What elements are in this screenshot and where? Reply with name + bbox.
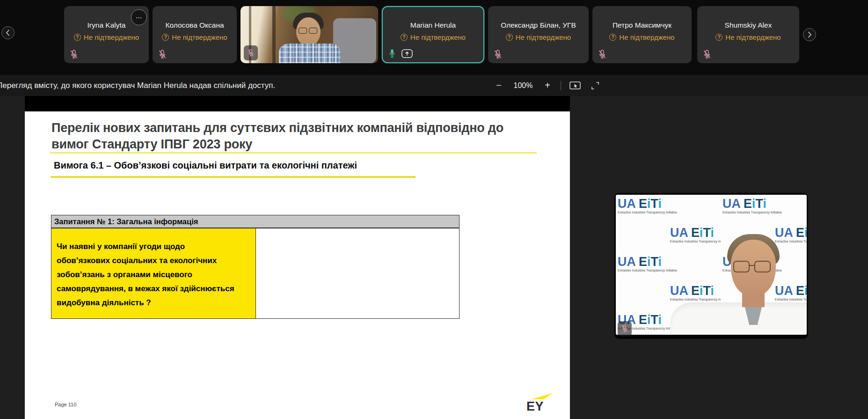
verification-status: ? Не підтверджено — [401, 33, 466, 41]
title-underline — [50, 152, 537, 154]
ey-logo-text: EY — [526, 399, 554, 413]
ellipsis-icon: ⋯ — [136, 14, 142, 21]
participant-tile-oleksandr-bilan[interactable]: Олександр Білан, УГВ ? Не підтверджено — [488, 6, 589, 63]
participant-tile-marian-herula-active[interactable]: Marian Herula ? Не підтверджено — [382, 6, 484, 63]
slide-title: Перелік нових запитань для суттєвих підз… — [51, 120, 526, 153]
chevron-right-icon — [807, 31, 812, 38]
fullscreen-button[interactable] — [589, 81, 601, 90]
mic-muted-icon — [701, 49, 713, 60]
participant-tile-iryna-kalyta[interactable]: ⋯ Iryna Kalyta ? Не підтверджено — [64, 6, 149, 63]
tile-more-menu-button[interactable]: ⋯ — [131, 9, 147, 25]
zoom-out-button[interactable]: − — [492, 79, 505, 92]
monitor-pointer-icon — [569, 81, 581, 91]
question-table-body: Чи наявні у компанії угоди щодо обов’язк… — [51, 228, 459, 318]
scroll-participants-right-button[interactable] — [803, 28, 816, 41]
mic-muted-icon — [597, 49, 608, 60]
zoom-level-value: 100% — [512, 81, 534, 90]
meeting-window: ⋯ Iryna Kalyta ? Не підтверджено Колосов… — [0, 0, 868, 419]
verification-status: ? Не підтверджено — [162, 33, 227, 41]
mic-muted-badge — [618, 321, 632, 336]
requirement-heading: Вимога 6.1 – Обов’язкові соціальні витра… — [54, 160, 357, 171]
status-label: Не підтверджено — [725, 33, 780, 41]
scroll-participants-left-button[interactable] — [1, 26, 15, 39]
participant-name: Iryna Kalyta — [88, 21, 126, 30]
status-label: Не підтверджено — [516, 33, 571, 41]
unverified-question-icon: ? — [609, 34, 616, 41]
mic-muted-icon — [68, 49, 80, 60]
status-label: Не підтверджено — [619, 33, 674, 41]
mic-muted-icon — [157, 49, 168, 60]
ey-logo: EY — [526, 393, 554, 413]
status-label: Не підтверджено — [410, 33, 466, 41]
shared-screen-region: Перелік нових запитань для суттєвих підз… — [25, 96, 570, 419]
presentation-slide: Перелік нових запитань для суттєвих підз… — [25, 111, 570, 419]
participant-tile-shumskiy-alex[interactable]: Shumskiy Alex ? Не підтверджено — [697, 6, 799, 63]
shared-screen-letterbox — [25, 96, 570, 111]
window-frame — [272, 6, 276, 63]
participant-tile-camera-video[interactable] — [241, 6, 378, 63]
chevron-left-icon — [6, 29, 10, 37]
stage-content-area: Перелік нових запитань для суттєвих підз… — [0, 96, 868, 419]
participant-tile-kolosova-oksana[interactable]: Колосова Оксана ? Не підтверджено — [153, 6, 237, 63]
status-label: Не підтверджено — [172, 33, 227, 41]
share-banner-row: Перегляд вмісту, до якого користувач Mar… — [0, 75, 868, 96]
mic-muted-icon — [620, 324, 629, 333]
content-zoom-toolbar: − 100% + — [492, 75, 601, 96]
participant-name: Shumskiy Alex — [725, 21, 772, 30]
expand-fullscreen-icon — [591, 81, 600, 90]
unverified-question-icon: ? — [74, 34, 81, 41]
status-label: Не підтверджено — [84, 33, 139, 41]
glasses-bridge — [749, 265, 754, 266]
answer-cell — [256, 228, 459, 318]
question-table: Запитання № 1: Загальна інформація Чи на… — [51, 215, 460, 319]
participant-name: Петро Максимчук — [613, 21, 671, 30]
unverified-question-icon: ? — [715, 34, 722, 41]
zoom-in-button[interactable]: + — [541, 79, 554, 92]
question-table-header: Запитання № 1: Загальна інформація — [51, 215, 459, 228]
verification-status: ? Не підтверджено — [609, 33, 674, 41]
mic-muted-icon — [246, 48, 255, 58]
verification-status: ? Не підтверджено — [506, 33, 571, 41]
person-shirt — [670, 302, 807, 335]
screen-share-icon — [401, 49, 413, 58]
person-glasses — [299, 28, 317, 34]
verification-status: ? Не підтверджено — [715, 33, 780, 41]
mic-muted-icon — [492, 49, 503, 60]
question-cell: Чи наявні у компанії угоди щодо обов’язк… — [51, 228, 256, 318]
person-plaid-shirt — [279, 44, 341, 63]
participant-name: Marian Herula — [410, 21, 456, 30]
focus-content-button[interactable] — [568, 81, 583, 91]
presenter-indicators — [387, 48, 413, 59]
toolbar-divider — [561, 81, 561, 90]
participant-strip: ⋯ Iryna Kalyta ? Не підтверджено Колосов… — [0, 0, 868, 75]
participant-name: Олександр Білан, УГВ — [501, 21, 576, 30]
verification-status: ? Не підтверджено — [74, 33, 139, 41]
unverified-question-icon: ? — [162, 34, 169, 41]
video-feed: UAEiTi Extractive Industries Transparenc… — [616, 195, 807, 335]
requirement-underline — [51, 176, 416, 178]
share-banner-text: Перегляд вмісту, до якого користувач Mar… — [0, 81, 275, 90]
unverified-question-icon: ? — [506, 34, 513, 41]
unverified-question-icon: ? — [401, 34, 408, 41]
page-number: Page 110 — [55, 402, 76, 407]
participant-name: Колосова Оксана — [165, 21, 224, 30]
person-glasses — [733, 261, 771, 272]
mic-live-icon — [387, 48, 397, 59]
participant-tile-petro-maksymchuk[interactable]: Петро Максимчук ? Не підтверджено — [592, 6, 692, 63]
ey-beam-icon — [531, 393, 553, 399]
mic-muted-badge — [244, 45, 258, 60]
video-tile-uaeiti-speaker[interactable]: UAEiTi Extractive Industries Transparenc… — [614, 193, 808, 339]
